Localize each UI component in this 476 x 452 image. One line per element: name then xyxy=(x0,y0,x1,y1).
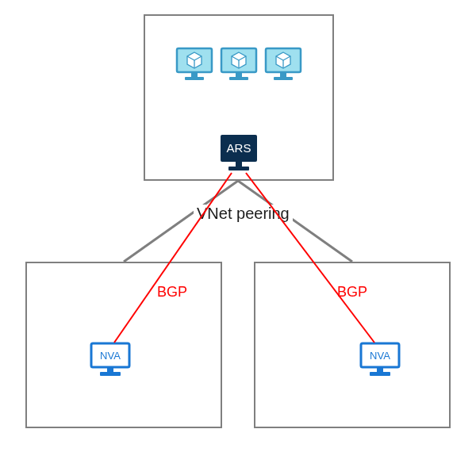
vnet-peering-label: VNet peering xyxy=(194,205,293,223)
diagram-canvas: ARS NVA NVA VNet peer xyxy=(0,0,476,452)
ars-node: ARS xyxy=(217,133,260,176)
svg-rect-10 xyxy=(236,72,242,77)
vm-row xyxy=(145,46,332,86)
svg-rect-31 xyxy=(370,372,390,376)
bgp-right-label: BGP xyxy=(337,284,367,301)
svg-rect-30 xyxy=(377,367,383,372)
svg-rect-25 xyxy=(228,167,249,170)
svg-rect-24 xyxy=(236,162,242,167)
svg-rect-18 xyxy=(274,77,293,80)
svg-rect-17 xyxy=(280,72,286,77)
vm-monitor-icon xyxy=(175,46,214,86)
bgp-left-label: BGP xyxy=(157,284,187,301)
ars-label: ARS xyxy=(227,141,251,155)
spoke-vnet-left-box: NVA xyxy=(25,262,222,428)
nva-node-left: NVA xyxy=(89,341,132,382)
hub-vnet-box: ARS xyxy=(144,14,334,181)
nva-right-label: NVA xyxy=(370,350,390,362)
vm-monitor-icon xyxy=(263,46,303,86)
ars-server-icon: ARS xyxy=(217,133,260,173)
svg-rect-27 xyxy=(107,367,113,372)
svg-rect-4 xyxy=(185,77,204,80)
nva-left-label: NVA xyxy=(100,350,121,362)
svg-rect-3 xyxy=(191,72,198,77)
svg-rect-11 xyxy=(229,77,248,80)
vm-monitor-icon xyxy=(219,46,259,86)
nva-node-right: NVA xyxy=(359,341,401,382)
nva-server-icon: NVA xyxy=(89,341,132,379)
nva-server-icon: NVA xyxy=(359,341,401,379)
svg-rect-28 xyxy=(100,372,121,376)
